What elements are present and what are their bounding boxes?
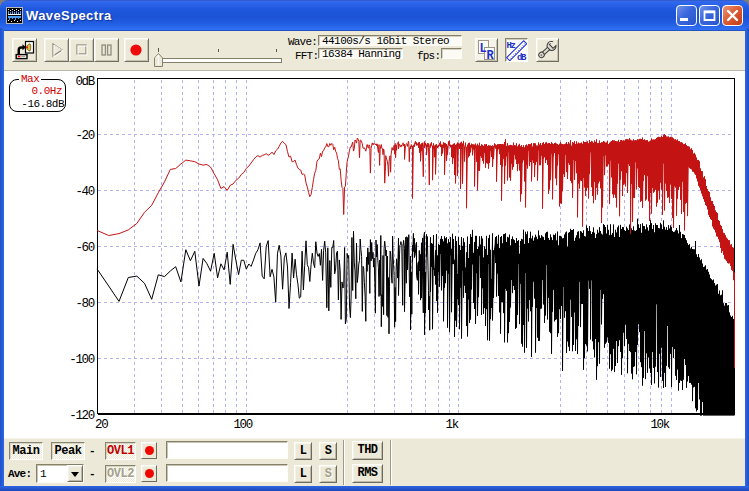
svg-text:-20: -20 — [75, 129, 94, 143]
svg-text:-80: -80 — [75, 297, 94, 311]
svg-text:10k: 10k — [650, 418, 669, 432]
svg-text:1k: 1k — [446, 418, 459, 432]
svg-text:-40: -40 — [75, 185, 94, 199]
svg-text:20: 20 — [95, 418, 108, 432]
svg-text:0dB: 0dB — [75, 75, 95, 89]
svg-text:100: 100 — [233, 418, 252, 432]
svg-text:-60: -60 — [75, 241, 94, 255]
svg-text:-120: -120 — [69, 409, 95, 423]
svg-text:-100: -100 — [69, 353, 95, 367]
